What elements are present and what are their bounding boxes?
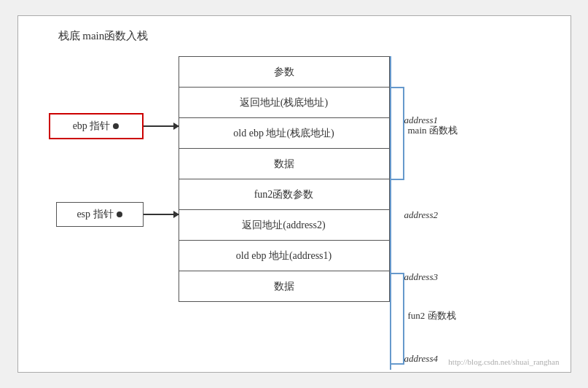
- ebp-arrow: [144, 125, 179, 127]
- ebp-label: ebp 指针: [73, 120, 111, 133]
- table-row: 数据: [179, 149, 389, 179]
- watermark: http://blog.csdn.net/shuai_ranghan: [448, 357, 559, 366]
- table-row: old ebp 地址(栈底地址): [179, 118, 389, 149]
- diagram-title: 栈底 main函数入栈: [58, 29, 149, 43]
- esp-label: esp 指针: [77, 208, 113, 221]
- table-row: fun2函数参数: [179, 179, 389, 210]
- main-bracket: [391, 87, 404, 180]
- ebp-pointer-box: ebp 指针: [49, 113, 144, 139]
- fun2-bracket: [391, 273, 404, 365]
- stack-table: 参数 返回地址(栈底地址) old ebp 地址(栈底地址) 数据 fun2函数…: [179, 56, 390, 302]
- address2-label: address2: [404, 209, 438, 221]
- row-label: fun2函数参数: [179, 179, 389, 210]
- ebp-dot-icon: [113, 123, 119, 129]
- esp-dot-icon: [117, 212, 122, 217]
- esp-pointer-box: esp 指针: [56, 202, 144, 227]
- address4-label: address4: [404, 353, 438, 365]
- row-label: 数据: [179, 271, 389, 302]
- row-label: old ebp 地址(栈底地址): [179, 118, 389, 149]
- table-row: 参数: [179, 57, 389, 88]
- row-label: old ebp 地址(address1): [179, 241, 389, 271]
- table-row: old ebp 地址(address1): [179, 241, 389, 271]
- row-label: 返回地址(栈底地址): [179, 88, 389, 118]
- address3-label: address3: [404, 271, 438, 283]
- diagram-wrapper: 栈底 main函数入栈 参数 返回地址(栈底地址) old ebp 地址(栈底地…: [17, 15, 571, 373]
- main-bracket-label: main 函数栈: [408, 124, 458, 137]
- table-row: 返回地址(address2): [179, 210, 389, 241]
- row-label: 返回地址(address2): [179, 210, 389, 241]
- row-label: 参数: [179, 57, 389, 88]
- table-row: 返回地址(栈底地址): [179, 88, 389, 118]
- table-row: 数据: [179, 271, 389, 302]
- fun2-bracket-label: fun2 函数栈: [408, 309, 456, 322]
- row-label: 数据: [179, 149, 389, 179]
- main-container: 栈底 main函数入栈 参数 返回地址(栈底地址) old ebp 地址(栈底地…: [0, 0, 588, 388]
- esp-arrow: [144, 214, 179, 215]
